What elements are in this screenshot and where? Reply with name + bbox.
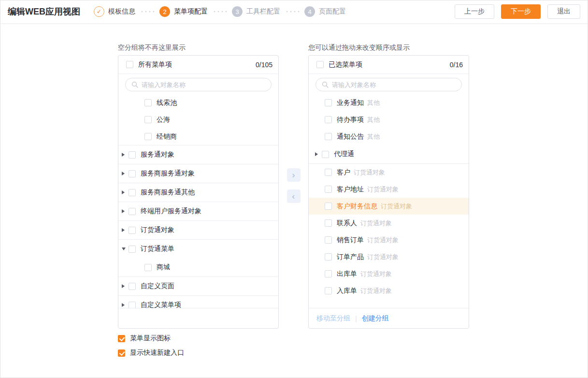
row-checkbox[interactable] (144, 99, 152, 106)
selected-menu-title: 已选菜单项 (329, 60, 362, 69)
step-done-check-icon: ✓ (94, 6, 104, 17)
prev-step-button[interactable]: 上一步 (455, 4, 494, 19)
expand-arrow-icon[interactable] (122, 228, 125, 232)
row-checkbox[interactable] (325, 253, 332, 261)
group-section: 终端用户服务通对象 (118, 202, 278, 221)
menu-group-row[interactable]: 终端用户服务通对象 (118, 202, 278, 220)
menu-group-row[interactable]: 服务通对象 (118, 145, 278, 164)
row-checkbox[interactable] (325, 287, 332, 294)
row-checkbox[interactable] (129, 189, 136, 196)
menu-item-row[interactable]: 客户地址订货通对象 (309, 181, 469, 198)
all-menu-list: 线索池 公海 经销商 服务通对象 服务商服务通对象 服务商服务通其他 终端用户服 (118, 94, 278, 308)
menu-group-row[interactable]: 自定义页面 (118, 277, 278, 295)
show-quick-create-checkbox[interactable] (118, 349, 125, 357)
menu-item-row[interactable]: 商城 (118, 258, 278, 276)
collapse-arrow-icon[interactable] (122, 247, 126, 250)
wizard-stepper: ✓ 模板信息 2 菜单项配置 3 工具栏配置 4 页面配置 (94, 6, 346, 17)
menu-item-row[interactable]: 经销商 (118, 128, 278, 145)
menu-item-row[interactable]: 通知公告其他 (309, 128, 469, 145)
step-menu-config[interactable]: 2 菜单项配置 (159, 6, 208, 17)
step-number: 3 (232, 6, 243, 17)
option-show-quick-create[interactable]: 显示快速新建入口 (118, 349, 588, 357)
row-checkbox[interactable] (129, 151, 136, 159)
menu-group-row[interactable]: 订货通菜单 (118, 240, 278, 258)
all-menu-title: 所有菜单项 (138, 60, 172, 69)
right-search-wrap (309, 74, 469, 94)
step-dots-icon (213, 11, 227, 13)
move-right-button[interactable]: › (287, 168, 301, 182)
edit-web-app-view-page: 编辑WEB应用视图 ✓ 模板信息 2 菜单项配置 3 工具栏配置 4 页面配置 (0, 0, 588, 378)
row-checkbox[interactable] (325, 169, 332, 176)
display-options: 菜单显示图标 显示快速新建入口 (118, 334, 588, 357)
row-checkbox[interactable] (129, 227, 136, 234)
select-all-left-checkbox[interactable] (126, 61, 133, 68)
row-checkbox[interactable] (144, 116, 152, 123)
row-checkbox[interactable] (129, 283, 136, 290)
menu-group-row[interactable]: 服务商服务通对象 (118, 164, 278, 183)
menu-item-row[interactable]: 业务通知其他 (309, 94, 469, 111)
right-hint: 您可以通过拖动来改变顺序或显示 (308, 44, 469, 51)
dinghuotong-section: 客户订货通对象 客户地址订货通对象 客户财务信息订货通对象 联系人订货通对象 销… (309, 164, 469, 299)
row-checkbox[interactable] (325, 99, 332, 106)
menu-item-row[interactable]: 公海 (118, 111, 278, 128)
step-toolbar-config[interactable]: 3 工具栏配置 (232, 6, 280, 17)
left-search-input[interactable] (142, 81, 265, 88)
menu-item-row-highlighted[interactable]: 客户财务信息订货通对象 (309, 198, 469, 215)
expand-arrow-icon[interactable] (122, 153, 125, 157)
row-checkbox[interactable] (325, 133, 332, 140)
row-checkbox[interactable] (325, 186, 332, 193)
menu-group-row[interactable]: 代理通 (309, 145, 469, 163)
menu-item-row[interactable]: 线索池 (118, 94, 278, 111)
left-search-box (125, 78, 272, 91)
row-checkbox[interactable] (325, 116, 332, 123)
menu-item-row[interactable]: 订单产品订货通对象 (309, 248, 469, 265)
menu-group-row[interactable]: 自定义菜单项 (118, 296, 278, 308)
menu-group-row[interactable]: 服务商服务通其他 (118, 183, 278, 202)
row-checkbox[interactable] (144, 133, 152, 140)
group-section-expanded: 订货通菜单 商城 (118, 240, 278, 277)
show-menu-icon-checkbox[interactable] (118, 335, 125, 342)
row-checkbox[interactable] (129, 302, 136, 308)
topbar-actions: 上一步 下一步 退出 (455, 4, 580, 19)
right-search-input[interactable] (332, 81, 456, 88)
group-section: 订货通对象 (118, 221, 278, 240)
row-checkbox[interactable] (325, 236, 332, 244)
menu-item-row[interactable]: 出库单订货通对象 (309, 265, 469, 282)
step-page-config[interactable]: 4 页面配置 (304, 6, 346, 17)
row-checkbox[interactable] (129, 246, 136, 253)
row-checkbox[interactable] (325, 270, 332, 277)
menu-item-row[interactable]: 联系人订货通对象 (309, 215, 469, 232)
menu-item-row[interactable]: 销售订单订货通对象 (309, 232, 469, 248)
step-template-info[interactable]: ✓ 模板信息 (94, 6, 135, 17)
expand-arrow-icon[interactable] (315, 152, 318, 156)
row-checkbox[interactable] (129, 170, 136, 177)
menu-group-row[interactable]: 订货通对象 (118, 221, 278, 239)
exit-button[interactable]: 退出 (547, 4, 580, 19)
option-show-menu-icon[interactable]: 菜单显示图标 (118, 334, 588, 343)
menu-item-row[interactable]: 待办事项其他 (309, 111, 469, 128)
right-panel-footer: 移动至分组 | 创建分组 (309, 308, 469, 328)
menu-item-row[interactable]: 客户订货通对象 (309, 164, 469, 181)
expand-arrow-icon[interactable] (122, 303, 125, 307)
row-checkbox[interactable] (322, 151, 329, 158)
expand-arrow-icon[interactable] (122, 190, 125, 194)
row-checkbox[interactable] (144, 264, 152, 271)
left-panel-footer (118, 308, 278, 328)
select-all-right-checkbox[interactable] (316, 61, 324, 68)
row-checkbox[interactable] (325, 203, 332, 210)
row-checkbox[interactable] (129, 208, 136, 215)
expand-arrow-icon[interactable] (122, 209, 125, 213)
next-step-button[interactable]: 下一步 (501, 4, 541, 19)
step-dots-icon (140, 11, 155, 13)
move-left-button[interactable]: ‹ (287, 189, 301, 203)
group-section: 服务商服务通对象 (118, 164, 278, 183)
all-menu-column: 空分组将不再这里展示 所有菜单项 0/105 线索池 公海 (118, 44, 279, 329)
expand-arrow-icon[interactable] (122, 172, 125, 175)
other-section: 业务通知其他 待办事项其他 通知公告其他 代理通 (309, 94, 469, 164)
create-group-link[interactable]: 创建分组 (362, 314, 389, 323)
step-number: 4 (304, 6, 315, 17)
move-to-group-link[interactable]: 移动至分组 (316, 314, 350, 323)
expand-arrow-icon[interactable] (122, 284, 125, 288)
row-checkbox[interactable] (325, 219, 332, 227)
menu-item-row[interactable]: 入库单订货通对象 (309, 282, 469, 299)
